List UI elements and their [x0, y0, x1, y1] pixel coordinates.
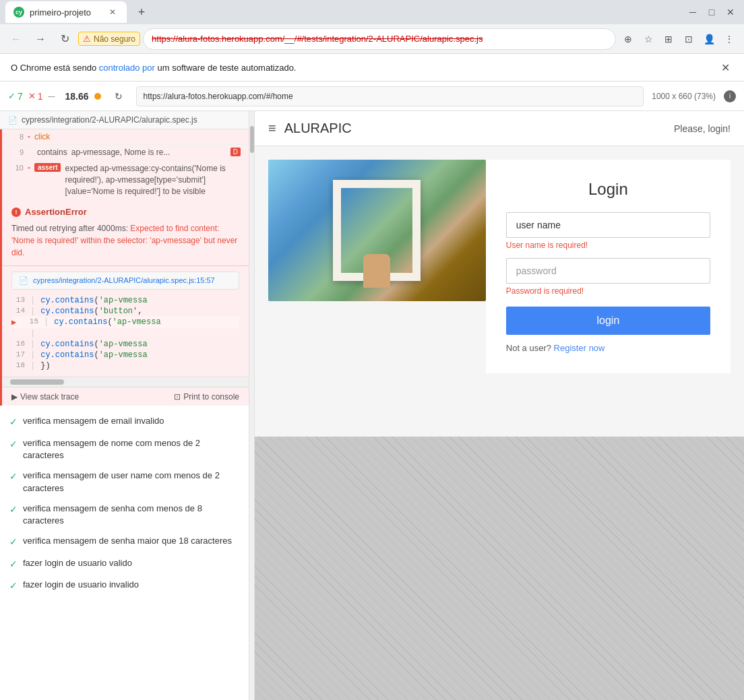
url-strikethrough: https://alura-fotos.herokuapp.com/__/#/t…	[152, 34, 483, 44]
check-icon-2: ✓	[9, 470, 18, 484]
check-icon-5: ✓	[9, 558, 18, 571]
test-item-5: ✓ fazer login de usuario valido	[0, 553, 249, 575]
nav-icons: ⊕ ☆ ⊞ ⊡ 👤 ⋮	[619, 30, 739, 49]
viewport-info-button[interactable]: i	[724, 90, 736, 102]
close-button[interactable]: ✕	[722, 4, 739, 20]
bookmark-icon[interactable]: ⊕	[619, 30, 638, 49]
log-line-10: 10	[10, 163, 24, 172]
log-command-contains: contains	[37, 148, 67, 157]
password-input[interactable]	[506, 258, 710, 284]
app-main: Login User name is required! Password is…	[255, 146, 744, 437]
spec-file-path: cypress/integration/2-ALURAPIC/alurapic.…	[22, 115, 197, 125]
viewport-info: 1000 x 660 (73%)	[652, 92, 716, 101]
pending-count: ─	[49, 91, 57, 102]
profile-icon[interactable]: 👤	[700, 30, 718, 49]
tab-close-button[interactable]: ✕	[106, 6, 119, 18]
test-label-0: verifica mensagem de email invalido	[23, 415, 164, 427]
cypress-stats: ✓ 7 ✕ 1 ─ 18.66	[8, 91, 101, 102]
assertion-error-message: Timed out retrying after 4000ms: Expecte…	[11, 222, 239, 259]
title-bar: cy primeiro-projeto ✕ + ─ □ ✕	[0, 0, 744, 24]
cast-icon[interactable]: ⊡	[679, 30, 698, 49]
cypress-url-bar[interactable]: https://alura-fotos.herokuapp.com/#/home	[136, 86, 644, 106]
code-line-15-active: ▶ 15 | cy.contains('ap-vmessa	[11, 317, 239, 328]
login-button[interactable]: login	[506, 307, 710, 335]
file-ref-text: cypress/integration/2-ALURAPIC/alurapic.…	[33, 276, 215, 284]
code-block: 13 | cy.contains('ap-vmessa 14 | cy.cont…	[11, 295, 239, 371]
cypress-panel: 📄 cypress/integration/2-ALURAPIC/alurapi…	[0, 111, 249, 700]
extensions-icon[interactable]: ⊞	[659, 30, 678, 49]
code-line-17: 17 | cy.contains('ap-vmessa	[11, 350, 239, 360]
cypress-reload-button[interactable]: ↻	[109, 87, 128, 106]
print-icon: ⊡	[174, 392, 181, 402]
back-button[interactable]: ←	[5, 28, 27, 50]
app-bottom-area	[255, 437, 744, 700]
test-log: 8 - click 9 contains ap-vmessage, Nome i…	[0, 129, 249, 700]
pass-count: ✓ 7	[8, 91, 23, 102]
check-icon-4: ✓	[9, 536, 18, 549]
log-entry-click: 8 - click	[2, 129, 249, 145]
forward-button[interactable]: →	[30, 28, 51, 50]
password-error: Password is required!	[506, 286, 710, 296]
main-content: 📄 cypress/integration/2-ALURAPIC/alurapi…	[0, 111, 744, 700]
assertion-error-title: ! AssertionError	[11, 207, 239, 217]
cypress-scrollbar-thumb[interactable]	[250, 126, 254, 153]
view-stack-trace-button[interactable]: ▶ View stack trace	[11, 392, 79, 402]
banner-close-button[interactable]: ✕	[717, 59, 733, 75]
cypress-panel-scrollbar[interactable]	[249, 111, 255, 700]
reload-button[interactable]: ↻	[54, 28, 75, 50]
horizontal-scrollbar[interactable]	[2, 377, 249, 387]
log-entry-assert: 10 - assert expected ap-vmessage:cy-cont…	[2, 160, 249, 200]
automation-link[interactable]: controlado por	[99, 63, 155, 73]
test-label-4: verifica mensagem de senha maior que 18 …	[23, 535, 232, 547]
username-error: User name is required!	[506, 241, 710, 250]
menu-icon[interactable]: ⋮	[720, 30, 739, 49]
password-form-group: Password is required!	[506, 258, 710, 296]
file-reference-box: 📄 cypress/integration/2-ALURAPIC/alurapi…	[11, 272, 239, 290]
check-icon-0: ✓	[9, 416, 18, 429]
log-entry-contains: 9 contains ap-vmessage, Nome is re... D	[2, 145, 249, 160]
action-buttons: ▶ View stack trace ⊡ Print to console	[2, 387, 249, 406]
login-card: Login User name is required! Password is…	[486, 160, 731, 373]
status-dot	[94, 93, 101, 100]
log-line-9: 9	[10, 148, 24, 156]
test-label-2: verifica mensagem de user name com menos…	[23, 470, 239, 494]
elapsed-time: 18.66	[65, 91, 89, 102]
test-item-1: ✓ verifica mensagem de nome com menos de…	[0, 433, 249, 466]
error-section: 8 - click 9 contains ap-vmessage, Nome i…	[0, 129, 249, 406]
app-logo: ALURAPIC	[284, 121, 352, 136]
spec-file-header: 📄 cypress/integration/2-ALURAPIC/alurapi…	[0, 111, 249, 129]
hamburger-icon[interactable]: ≡	[268, 121, 276, 136]
fail-icon: ✕	[28, 91, 36, 101]
hand-shape	[363, 254, 390, 288]
register-text: Not a user? Register now	[506, 343, 710, 353]
check-icon-6: ✓	[9, 579, 18, 593]
url-bar[interactable]: https://alura-fotos.herokuapp.com/__/#/t…	[143, 28, 616, 50]
register-link[interactable]: Register now	[554, 343, 605, 353]
minimize-button[interactable]: ─	[685, 4, 701, 20]
test-list: ✓ verifica mensagem de email invalido ✓ …	[0, 406, 249, 602]
assert-badge: assert	[34, 163, 61, 172]
print-to-console-button[interactable]: ⊡ Print to console	[174, 392, 239, 402]
active-tab[interactable]: cy primeiro-projeto ✕	[5, 1, 127, 23]
please-login-text: Please, login!	[674, 123, 731, 134]
browser-frame: cy primeiro-projeto ✕ + ─ □ ✕ ← → ↻ ⚠ Nã…	[0, 0, 744, 700]
hero-image	[268, 160, 486, 301]
scroll-thumb[interactable]	[10, 379, 64, 385]
star-icon[interactable]: ☆	[639, 30, 658, 49]
app-panel: ≡ ALURAPIC Please, login! Login	[255, 111, 744, 700]
navigation-bar: ← → ↻ ⚠ Não seguro https://alura-fotos.h…	[0, 24, 744, 54]
security-label: Não seguro	[94, 34, 135, 44]
warning-icon: ⚠	[83, 34, 91, 44]
file-icon: 📄	[8, 116, 18, 125]
username-input[interactable]	[506, 212, 710, 238]
test-label-1: verifica mensagem de nome com menos de 2…	[23, 437, 239, 462]
assert-minus-icon: -	[28, 163, 30, 172]
new-tab-button[interactable]: +	[132, 3, 151, 22]
checkmark-icon: ✓	[8, 91, 16, 101]
restore-button[interactable]: □	[704, 4, 720, 20]
fail-count: ✕ 1	[28, 91, 43, 102]
security-warning: ⚠ Não seguro	[78, 32, 140, 46]
cypress-toolbar: ✓ 7 ✕ 1 ─ 18.66 ↻ https://alura-fotos.he…	[0, 82, 744, 111]
test-item-4: ✓ verifica mensagem de senha maior que 1…	[0, 531, 249, 553]
username-form-group: User name is required!	[506, 212, 710, 250]
